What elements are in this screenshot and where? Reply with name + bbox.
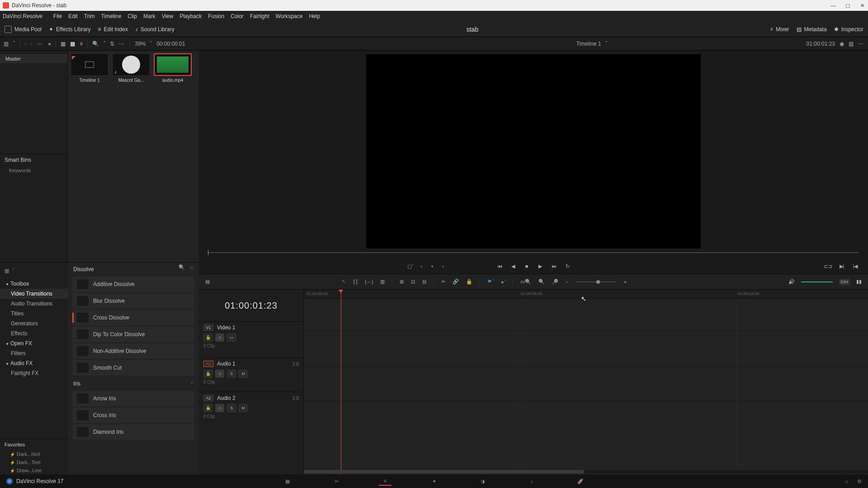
track-autoselect-icon[interactable]: ◇ [215,370,224,378]
in-out-icon[interactable]: ⊏⊐ [825,263,832,270]
track-dest-v1[interactable]: V1 [203,324,213,331]
track-solo-button[interactable]: S [227,370,236,378]
volume-slider[interactable] [801,282,833,282]
lane-a1[interactable] [304,366,868,401]
pool-options-icon[interactable]: ⋯ [119,41,125,47]
grid-view-icon[interactable]: ▦ [70,41,75,47]
page-fusion[interactable]: ✦ [428,477,440,486]
home-icon[interactable]: ⌂ [845,479,848,484]
media-pool-toggle[interactable]: Media Pool [5,26,42,33]
media-pool[interactable]: ◤ Timeline 1 ♪ Mascot Ga... audio.mp4 [68,51,199,262]
fx-search-icon[interactable]: 🔍 [179,264,185,270]
cat-fairlightfx[interactable]: Fairlight FX [0,368,68,378]
overwrite-clip-icon[interactable]: ⊡ [411,279,415,285]
sort-chevron-icon[interactable]: ˇ [104,41,105,47]
clip-audio[interactable]: audio.mp4 [154,53,192,83]
track-a2-header[interactable]: A2Audio 22.0 🔓◇SM 0 Clip [199,392,303,426]
scrubber-playhead[interactable] [208,250,208,255]
page-edit[interactable]: ≡ [379,477,392,486]
page-deliver[interactable]: 🚀 [574,477,587,486]
chevron-down-icon[interactable]: ˇ [13,41,15,47]
list-view-icon[interactable]: ≡ [80,41,83,47]
favorite-item[interactable]: Draw...Line [0,466,68,474]
page-fairlight[interactable]: ♪ [525,477,538,486]
cat-titles[interactable]: Titles [0,309,68,319]
thumb-view-icon[interactable]: ▦ [61,41,66,47]
dim-button[interactable]: DIM [839,279,850,285]
fx-chevron-icon[interactable]: ˇ [13,268,14,274]
fx-additive-dissolve[interactable]: Additive Dissolve [72,277,194,292]
play-button[interactable]: ▶ [537,263,544,270]
menu-edit[interactable]: Edit [68,13,78,19]
page-media[interactable]: ▦ [281,477,294,486]
fx-cross-dissolve[interactable]: Cross Dissolve [72,310,194,325]
cat-video-transitions[interactable]: Video Transitions [0,289,68,299]
next-frame-button[interactable]: ⏭ [550,263,557,270]
settings-icon[interactable]: ⚙ [857,479,862,484]
viewer-scrubber[interactable] [199,252,868,258]
favorite-item[interactable]: Dark...hird [0,450,68,458]
search-icon[interactable]: 🔍 [92,41,99,47]
monitor-volume-icon[interactable]: 🔊 [788,279,795,285]
track-autoselect-icon[interactable]: ◇ [215,404,224,412]
effects-library-toggle[interactable]: ✦Effects Library [49,26,90,33]
cat-generators[interactable]: Generators [0,319,68,328]
cat-audio-transitions[interactable]: Audio Transitions [0,299,68,309]
marker-icon[interactable]: ●ˇ [501,279,505,285]
track-a1-header[interactable]: A1Audio 12.0 🔓◇SM 0 Clip [199,357,303,392]
cat-toolbox[interactable]: Toolbox [0,279,68,289]
menu-color[interactable]: Color [231,13,244,19]
inspector-toggle[interactable]: ✱Inspector [834,26,863,33]
timeline-canvas[interactable]: 01:00:00:00 01:00:08:00 01:00:16:00 ↖ [304,290,868,474]
sort-icon[interactable]: ⇅ [110,41,114,47]
menu-fairlight[interactable]: Fairlight [250,13,269,19]
cat-effects[interactable]: Effects [0,328,68,338]
zoom-chevron-icon[interactable]: ˇ [150,41,152,47]
menu-mark[interactable]: Mark [143,13,156,19]
maximize-button[interactable]: ▢ [844,3,851,9]
menu-help[interactable]: Help [309,13,320,19]
track-v1-header[interactable]: V1Video 1 🔓◇▭ 0 Clip [199,321,303,357]
selection-tool-icon[interactable]: ↖ [342,279,346,285]
zoom-percent[interactable]: 39% [135,41,146,47]
zoom-out-button[interactable]: − [566,279,568,285]
track-mute-button[interactable]: M [239,404,248,412]
fx-non-additive[interactable]: Non-Additive Dissolve [72,343,194,359]
fx-diamond-iris[interactable]: Diamond Iris [72,424,194,440]
zoom-custom-icon[interactable]: 🔎 [552,279,558,285]
clip-timeline[interactable]: ◤ Timeline 1 [71,53,108,83]
menu-clip[interactable]: Clip [127,13,137,19]
lane-v1[interactable] [304,330,868,366]
nav-prev-icon[interactable]: ‹ [24,41,26,47]
cat-audiofx[interactable]: Audio FX [0,358,68,368]
menu-view[interactable]: View [162,13,174,19]
marker-dot-icon[interactable]: • [429,263,436,270]
prev-marker-icon[interactable]: ‹ [418,263,425,270]
edit-index-toggle[interactable]: ≡Edit Index [98,26,128,33]
track-autoselect-icon[interactable]: ◇ [215,333,224,342]
viewer-options-icon[interactable]: ⋯ [858,41,864,47]
goto-out-icon[interactable]: |◀ [852,263,859,270]
favorites-header[interactable]: Favorites [0,439,68,450]
match-frame-icon[interactable]: ▢ˇ [407,263,414,270]
timeline-view-options-icon[interactable]: ▤ [205,279,210,285]
clip-video[interactable]: ♪ Mascot Ga... [112,53,150,83]
menu-file[interactable]: File [53,13,62,19]
metadata-toggle[interactable]: ▤Metadata [797,26,827,33]
zoom-in-button[interactable]: + [624,279,627,285]
menu-fusion[interactable]: Fusion [208,13,224,19]
next-marker-icon[interactable]: › [439,263,447,270]
track-dest-a1[interactable]: A1 [203,361,213,367]
track-dest-a2[interactable]: A2 [203,395,213,401]
sound-library-toggle[interactable]: ♪Sound Library [135,26,175,33]
track-lock-icon[interactable]: 🔓 [203,333,212,342]
bypass-icon[interactable]: ◉ [840,41,844,47]
fx-dip-to-color[interactable]: Dip To Color Dissolve [72,327,194,342]
playhead[interactable] [341,290,341,474]
link-icon[interactable]: 🔗 [453,279,459,285]
page-cut[interactable]: ✂ [330,477,343,486]
replace-clip-icon[interactable]: ⊟ [422,279,426,285]
blade-tool-icon[interactable]: ▥ [380,279,385,285]
fx-group-iris[interactable]: Iris [68,377,199,389]
fx-layout-icon[interactable]: ▥ [5,268,9,274]
